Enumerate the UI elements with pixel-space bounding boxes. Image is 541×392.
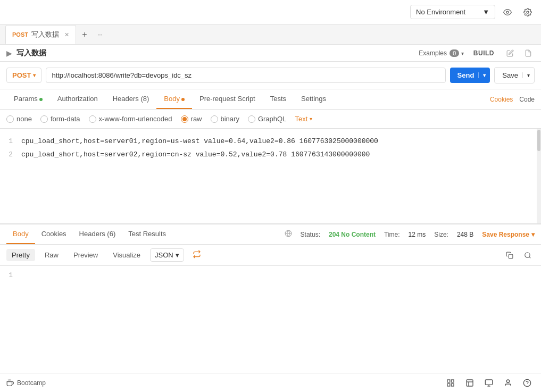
svg-rect-4 (509, 254, 513, 258)
status-value: 204 No Content (329, 231, 376, 238)
save-dropdown-arrow[interactable]: ▾ (522, 72, 534, 78)
collapse-icon[interactable]: ▶ (6, 49, 12, 57)
request-tab-active[interactable]: POST 写入数据 ✕ (5, 25, 76, 44)
code-line-1: 1 cpu_load_short,host=server01,region=us… (0, 135, 541, 148)
format-tab-visualize[interactable]: Visualize (107, 249, 146, 261)
option-graphql[interactable]: GraphQL (248, 115, 286, 123)
collection-header: ▶ 写入数据 Examples 0 ▾ BUILD (0, 45, 541, 62)
body-dot (181, 98, 185, 101)
response-icons (503, 248, 535, 262)
response-body: 1 (0, 266, 541, 373)
url-input[interactable] (46, 68, 445, 83)
code-line-2: 2 cpu_load_short,host=server02,region=cn… (0, 148, 541, 162)
method-select[interactable]: POST ▾ (6, 68, 41, 83)
save-response-button[interactable]: Save Response ▾ (482, 231, 535, 238)
layout-icon[interactable] (462, 376, 477, 390)
more-tabs-button[interactable]: ··· (93, 29, 107, 40)
option-none[interactable]: none (6, 115, 32, 123)
params-dot (39, 98, 43, 101)
response-status: Status: 204 No Content Time: 12 ms Size:… (285, 230, 535, 239)
bottom-bar: Bootcamp (0, 373, 541, 392)
top-bar: No Environment ▼ (0, 0, 541, 24)
svg-line-6 (529, 256, 531, 258)
format-tab-raw[interactable]: Raw (39, 249, 64, 261)
environment-dropdown[interactable]: No Environment ▼ (410, 5, 495, 19)
monitor-icon[interactable] (481, 376, 496, 390)
text-format-label: Text (295, 115, 307, 123)
code-link[interactable]: Code (519, 96, 535, 103)
svg-rect-17 (485, 380, 492, 385)
tab-authorization[interactable]: Authorization (50, 89, 105, 109)
send-button[interactable]: Send ▾ (450, 68, 490, 83)
svg-rect-14 (467, 380, 473, 386)
svg-rect-10 (447, 380, 450, 382)
vertical-scrollbar[interactable] (537, 129, 541, 223)
eye-icon-button[interactable] (500, 4, 515, 20)
docs-icon[interactable] (522, 47, 535, 60)
text-format-chevron: ▾ (310, 116, 312, 122)
search-response-icon[interactable] (521, 248, 535, 262)
option-form-data[interactable]: form-data (40, 115, 80, 123)
globe-icon (285, 230, 292, 239)
code-lines: 1 cpu_load_short,host=server01,region=us… (0, 133, 541, 164)
line-content-1: cpu_load_short,host=server01,region=us-w… (21, 136, 378, 147)
response-format-bar: Pretty Raw Preview Visualize JSON ▾ (0, 245, 541, 266)
status-label: Status: (301, 231, 320, 238)
tab-close-button[interactable]: ✕ (64, 31, 69, 38)
format-tab-pretty[interactable]: Pretty (6, 249, 35, 261)
scrollbar-thumb[interactable] (537, 130, 540, 151)
tab-settings[interactable]: Settings (294, 89, 334, 109)
tab-params[interactable]: Params (6, 89, 50, 109)
response-tabs-bar: Body Cookies Headers (6) Test Results St… (0, 224, 541, 245)
env-label: No Environment (416, 8, 465, 16)
build-button[interactable]: BUILD (469, 47, 498, 59)
body-options: none form-data x-www-form-urlencoded raw… (0, 110, 541, 129)
svg-rect-12 (451, 383, 454, 386)
svg-point-5 (525, 252, 530, 257)
resp-line-1: 1 (0, 270, 541, 280)
option-raw[interactable]: raw (181, 115, 202, 123)
tab-headers[interactable]: Headers (8) (105, 89, 157, 109)
tab-body[interactable]: Body (156, 89, 192, 109)
wrap-icon[interactable] (193, 250, 201, 260)
settings-icon-button[interactable] (520, 4, 536, 20)
size-value: 248 B (457, 231, 473, 238)
save-button[interactable]: Save ▾ (494, 67, 535, 84)
bootcamp-button[interactable]: Bootcamp (6, 379, 46, 387)
examples-button[interactable]: Examples 0 ▾ (419, 49, 464, 57)
time-value: 12 ms (409, 231, 426, 238)
resp-tab-test-results[interactable]: Test Results (122, 224, 172, 244)
cookies-link[interactable]: Cookies (490, 96, 513, 103)
copy-response-icon[interactable] (503, 248, 517, 262)
resp-tab-cookies[interactable]: Cookies (35, 224, 73, 244)
request-tabs: Params Authorization Headers (8) Body Pr… (0, 89, 541, 110)
line-number-1: 1 (0, 136, 21, 147)
code-editor[interactable]: 1 cpu_load_short,host=server01,region=us… (0, 129, 541, 224)
option-urlencoded[interactable]: x-www-form-urlencoded (89, 115, 172, 123)
size-label: Size: (434, 231, 448, 238)
svg-rect-11 (451, 380, 454, 382)
resp-line-number-1: 1 (0, 271, 21, 279)
format-selector[interactable]: JSON ▾ (150, 248, 184, 262)
text-format-dropdown[interactable]: Text ▾ (295, 115, 312, 123)
svg-rect-13 (447, 383, 450, 386)
tab-tests[interactable]: Tests (263, 89, 294, 109)
person-icon[interactable] (501, 376, 515, 390)
send-dropdown-arrow[interactable]: ▾ (478, 72, 490, 78)
resp-tab-body[interactable]: Body (6, 224, 35, 244)
resp-tab-headers[interactable]: Headers (6) (73, 224, 122, 244)
time-label: Time: (384, 231, 400, 238)
option-binary[interactable]: binary (211, 115, 239, 123)
edit-icon[interactable] (504, 47, 517, 60)
help-icon[interactable] (520, 376, 535, 390)
tab-prerequest[interactable]: Pre-request Script (192, 89, 263, 109)
add-tab-button[interactable]: + (77, 27, 92, 42)
examples-count: 0 (450, 49, 459, 57)
line-content-2: cpu_load_short,host=server02,region=cn-s… (21, 149, 370, 161)
grid-layout-icon[interactable] (443, 376, 458, 390)
env-chevron: ▼ (482, 8, 489, 16)
tab-method-badge: POST (12, 31, 28, 38)
format-tab-preview[interactable]: Preview (68, 249, 103, 261)
collection-title: 写入数据 (16, 48, 46, 58)
tab-bar: POST 写入数据 ✕ + ··· (0, 24, 541, 45)
